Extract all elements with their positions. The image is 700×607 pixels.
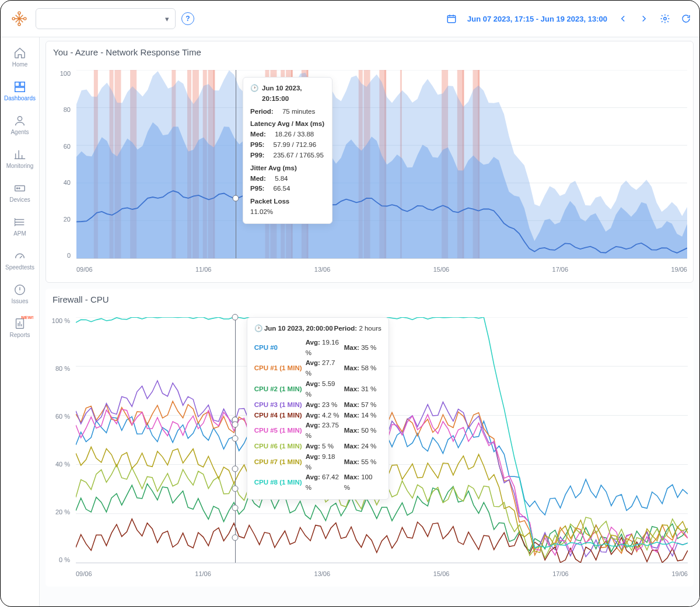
cpu-tooltip: 🕑 Jun 10 2023, 20:00:00Period: 2 hours C… [247, 317, 389, 500]
card-title: Firewall - CPU [46, 289, 694, 307]
svg-point-9 [18, 117, 22, 121]
clock-icon: 🕑 [250, 83, 258, 94]
svg-rect-8 [15, 87, 25, 92]
card-title: You - Azure - Network Response Time [46, 41, 693, 59]
calendar-icon[interactable] [446, 13, 457, 24]
tooltip-series-row: CPU #5 (1 MIN)Avg: 23.75 %Max: 50 % [254, 420, 382, 441]
network-chart[interactable]: 100806040200 09/0611/0613/0615/0617/0619… [46, 59, 693, 282]
x-axis-labels: 09/0611/0613/0615/0617/0619/06 [76, 570, 688, 577]
sidebar-item-dashboards[interactable]: Dashboards [1, 78, 39, 104]
refresh-icon[interactable] [681, 13, 691, 24]
prev-range-button[interactable] [618, 13, 628, 24]
new-badge: NEW! [21, 315, 33, 320]
dashboard-selector[interactable]: ▾ [36, 8, 176, 29]
sidebar-item-apm[interactable]: APM [1, 213, 39, 239]
tooltip-series-row: CPU #8 (1 MIN)Avg: 67.42 %Max: 100 % [254, 472, 382, 493]
tooltip-series-row: CPU #1 (1 MIN)Avg: 27.7 %Max: 58 % [254, 358, 382, 379]
app-logo [9, 8, 30, 29]
svg-point-2 [18, 23, 20, 26]
chevron-down-icon: ▾ [165, 15, 169, 23]
sidebar-item-home[interactable]: Home [1, 44, 39, 70]
sidebar: Home Dashboards Agents Monitoring Device… [1, 37, 40, 607]
svg-point-0 [18, 12, 20, 14]
y-axis-labels: 100 %80 %60 %40 %20 %0 % [46, 317, 74, 563]
firewall-cpu-card: Firewall - CPU 100 %80 %60 %40 %20 %0 % … [46, 289, 694, 587]
cpu-chart[interactable]: 100 %80 %60 %40 %20 %0 % 09/0611/0613/06… [46, 307, 694, 587]
svg-point-1 [24, 17, 26, 20]
network-tooltip: 🕑Jun 10 2023, 20:15:00 Period: 75 minute… [243, 77, 332, 224]
network-response-card: You - Azure - Network Response Time 1008… [46, 41, 694, 283]
clock-icon: 🕑 [254, 325, 262, 332]
help-icon[interactable]: ? [181, 12, 194, 25]
crosshair [236, 70, 236, 258]
svg-point-5 [664, 17, 667, 20]
sidebar-item-devices[interactable]: Devices [1, 180, 39, 205]
tooltip-series-row: CPU #0Avg: 19.16 %Max: 35 % [254, 338, 382, 359]
y-axis-labels: 100806040200 [46, 70, 74, 259]
svg-point-3 [12, 17, 15, 20]
date-range[interactable]: Jun 07 2023, 17:15 - Jun 19 2023, 13:00 [467, 15, 607, 23]
sidebar-item-speedtests[interactable]: Speedtests [1, 247, 39, 273]
tooltip-series-row: CPU #6 (1 MIN)Avg: 5 %Max: 24 % [254, 441, 382, 452]
sidebar-item-agents[interactable]: Agents [1, 112, 39, 138]
topbar: ▾ ? Jun 07 2023, 17:15 - Jun 19 2023, 13… [1, 1, 699, 37]
x-axis-labels: 09/0611/0613/0615/0617/0619/06 [76, 266, 687, 273]
svg-point-12 [19, 188, 20, 189]
svg-rect-6 [15, 82, 19, 86]
svg-point-11 [17, 188, 18, 189]
tooltip-series-row: CPU #7 (1 MIN)Avg: 9.18 %Max: 55 % [254, 452, 382, 473]
next-range-button[interactable] [639, 13, 649, 24]
settings-icon[interactable] [660, 13, 670, 24]
tooltip-series-row: CPU #2 (1 MIN)Avg: 5.59 %Max: 31 % [254, 379, 382, 400]
tooltip-series-row: CPU #3 (1 MIN)Avg: 23 %Max: 57 % [254, 400, 382, 410]
main-content: You - Azure - Network Response Time 1008… [40, 37, 699, 607]
tooltip-series-row: CPU #4 (1 MIN)Avg: 4.2 %Max: 14 % [254, 410, 382, 421]
svg-rect-4 [447, 16, 456, 23]
sidebar-item-monitoring[interactable]: Monitoring [1, 146, 39, 171]
svg-rect-7 [20, 82, 24, 86]
sidebar-item-issues[interactable]: Issues [1, 281, 39, 307]
sidebar-item-reports[interactable]: NEW!Reports [1, 315, 39, 341]
